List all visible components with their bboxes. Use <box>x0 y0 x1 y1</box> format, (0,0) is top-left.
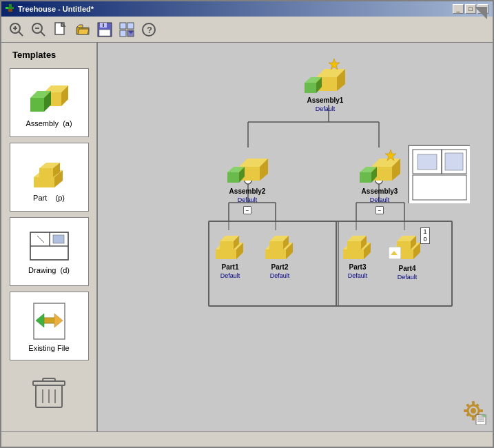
svg-marker-25 <box>475 7 487 19</box>
svg-rect-2 <box>8 9 12 12</box>
node-assembly1[interactable]: Assembly1 Default <box>301 55 349 112</box>
zoom-out-button[interactable] <box>29 21 48 39</box>
svg-marker-111 <box>347 241 361 250</box>
template-existing-file[interactable]: Existing File <box>10 292 89 360</box>
main-window: Treehouse - Untitled* _ □ ✕ <box>0 0 494 448</box>
part4-sublabel: Default <box>398 274 418 281</box>
help-button[interactable]: ? <box>139 21 158 39</box>
export-button[interactable] <box>117 21 136 39</box>
assembly-label: Assembly (a) <box>25 119 72 128</box>
svg-text:?: ? <box>147 25 152 35</box>
part3-icon <box>338 227 378 262</box>
part-label: Part (p) <box>33 194 65 202</box>
zoom-out-icon <box>31 22 46 37</box>
help-icon: ? <box>141 22 156 37</box>
existing-file-icon <box>30 300 68 341</box>
drawing1-box <box>408 145 470 203</box>
assembly2-collapse[interactable]: − <box>243 206 251 214</box>
node-part3[interactable]: Part3 Default <box>338 227 378 279</box>
svg-marker-105 <box>269 241 283 250</box>
minimize-button[interactable]: _ <box>453 4 464 14</box>
svg-rect-3 <box>6 7 8 9</box>
assembly2-sublabel: Default <box>238 196 258 203</box>
svg-rect-19 <box>127 23 134 29</box>
settings-icon <box>460 397 487 425</box>
svg-marker-102 <box>265 250 286 259</box>
part4-small-icon <box>389 247 401 261</box>
part-template-icon <box>27 153 72 191</box>
template-drawing[interactable]: Drawing (d) <box>10 217 89 286</box>
svg-marker-108 <box>343 250 364 259</box>
svg-rect-126 <box>464 409 468 412</box>
part1-icon <box>210 227 250 262</box>
zoom-in-icon <box>9 22 24 37</box>
node-part2[interactable]: Part2 Default <box>260 227 300 279</box>
sidebar: Templates Assembly (a) <box>1 43 98 431</box>
settings-icon-container[interactable] <box>460 397 487 426</box>
drawing-template-icon <box>27 229 72 263</box>
export-icon <box>119 22 134 37</box>
assembly3-icon <box>356 146 403 186</box>
status-bar <box>1 431 493 447</box>
node-assembly3[interactable]: Assembly3 Default − <box>356 146 403 214</box>
assembly2-label: Assembly2 <box>229 187 266 195</box>
save-button[interactable] <box>95 21 114 39</box>
svg-rect-125 <box>472 416 475 420</box>
assembly3-collapse[interactable]: − <box>375 206 384 214</box>
assembly3-sublabel: Default <box>370 196 390 203</box>
svg-marker-99 <box>220 241 234 250</box>
svg-marker-35 <box>39 168 53 177</box>
new-button[interactable] <box>51 21 70 39</box>
save-icon <box>97 22 112 37</box>
existing-file-label: Existing File <box>28 344 69 352</box>
open-icon <box>75 22 90 37</box>
assembly2-icon <box>224 146 271 186</box>
part3-label: Part3 <box>349 263 366 271</box>
content-area: Templates Assembly (a) <box>1 43 493 431</box>
part1-label: Part1 <box>221 263 238 271</box>
svg-marker-92 <box>360 172 371 183</box>
node-part1[interactable]: Part1 Default <box>210 227 250 279</box>
svg-marker-32 <box>34 177 54 187</box>
svg-line-10 <box>41 32 45 36</box>
app-icon <box>6 4 15 14</box>
template-part[interactable]: Part (p) <box>10 143 89 212</box>
part2-icon <box>260 227 300 262</box>
template-assembly[interactable]: Assembly (a) <box>10 68 89 137</box>
svg-marker-86 <box>227 172 239 183</box>
svg-rect-18 <box>120 23 126 29</box>
svg-rect-74 <box>418 154 437 170</box>
zoom-in-button[interactable] <box>7 21 26 39</box>
part1-sublabel: Default <box>220 272 240 279</box>
svg-rect-49 <box>43 378 55 381</box>
svg-rect-16 <box>99 30 110 36</box>
part2-label: Part2 <box>271 263 288 271</box>
sidebar-title: Templates <box>7 50 56 60</box>
assembly1-sublabel: Default <box>316 105 336 112</box>
svg-rect-75 <box>445 153 463 170</box>
svg-rect-43 <box>53 235 64 243</box>
assembly1-label: Assembly1 <box>307 96 344 104</box>
node-part4[interactable]: 1 0 Part4 Default <box>387 227 427 281</box>
drawing1-icon <box>409 146 470 203</box>
main-canvas[interactable]: Assembly1 Default Assembly2 Default − <box>98 43 493 431</box>
assembly-template-icon <box>27 79 72 116</box>
part2-sublabel: Default <box>270 272 290 279</box>
assembly1-icon <box>301 55 349 95</box>
toolbar: ? <box>1 17 493 43</box>
trash-container <box>30 371 68 414</box>
open-button[interactable] <box>73 21 92 39</box>
corner-arrow <box>475 7 487 19</box>
svg-line-7 <box>19 32 23 36</box>
svg-rect-124 <box>472 401 475 405</box>
drawing-label: Drawing (d) <box>28 266 70 274</box>
new-doc-icon <box>54 22 68 37</box>
svg-marker-96 <box>216 250 236 259</box>
svg-marker-82 <box>329 59 340 70</box>
svg-rect-127 <box>479 409 483 412</box>
title-bar-left: Treehouse - Untitled* <box>6 4 94 14</box>
node-assembly2[interactable]: Assembly2 Default − <box>224 146 271 214</box>
title-bar: Treehouse - Untitled* _ □ ✕ <box>1 1 493 17</box>
assembly3-label: Assembly3 <box>362 187 398 195</box>
part4-label: Part4 <box>398 265 415 272</box>
